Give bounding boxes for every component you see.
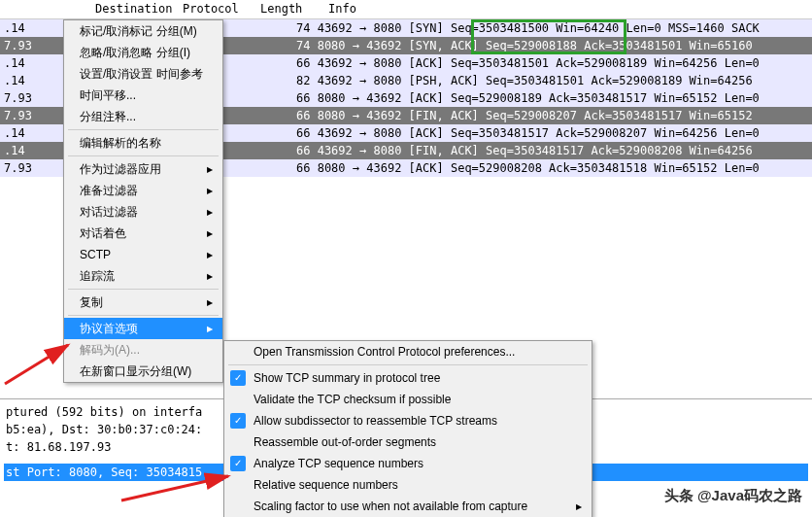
sub-relative[interactable]: Relative sequence numbers [224, 474, 592, 496]
cell-ip: 7.93 [0, 37, 63, 54]
sub-subdissector[interactable]: ✓Allow subdissector to reassemble TCP st… [224, 410, 592, 431]
sub-analyze[interactable]: ✓Analyze TCP sequence numbers [224, 453, 592, 474]
sub-open-prefs[interactable]: Open Transmission Control Protocol prefe… [224, 341, 592, 362]
menu-prepfilter[interactable]: 准备过滤器 [64, 180, 222, 201]
col-header-protocol[interactable]: Protocol [175, 0, 243, 18]
menu-separator [68, 129, 219, 130]
cell-ip: 7.93 [0, 159, 63, 177]
context-menu: 标记/取消标记 分组(M) 忽略/取消忽略 分组(I) 设置/取消设置 时间参考… [63, 19, 223, 383]
menu-copy[interactable]: 复制 [64, 292, 222, 313]
menu-comment[interactable]: 分组注释... [64, 106, 222, 127]
menu-protoprefs[interactable]: 协议首选项 [64, 318, 222, 339]
menu-colorize[interactable]: 对话着色 [64, 223, 222, 244]
checkmark-icon: ✓ [230, 370, 246, 386]
menu-conversation[interactable]: 对话过滤器 [64, 201, 222, 223]
cell-ip: .14 [0, 19, 63, 37]
svg-line-1 [5, 345, 68, 384]
protocol-prefs-submenu: Open Transmission Control Protocol prefe… [223, 340, 592, 517]
menu-separator [228, 364, 588, 365]
sub-reassemble[interactable]: Reassemble out-of-order segments [224, 431, 592, 453]
menu-editname[interactable]: 编辑解析的名称 [64, 132, 222, 154]
menu-separator [68, 155, 219, 156]
menu-follow[interactable]: 追踪流 [64, 265, 222, 287]
menu-settime[interactable]: 设置/取消设置 时间参考 [64, 63, 222, 85]
checkmark-icon: ✓ [230, 456, 246, 471]
menu-mark[interactable]: 标记/取消标记 分组(M) [64, 20, 222, 42]
col-header-destination[interactable]: Destination [87, 0, 165, 18]
sub-validate[interactable]: Validate the TCP checksum if possible [224, 389, 592, 410]
menu-separator [68, 315, 219, 316]
sub-scaling[interactable]: Scaling factor to use when not available… [224, 496, 592, 517]
menu-timeshift[interactable]: 时间平移... [64, 85, 222, 106]
col-header-info[interactable]: Info [321, 0, 364, 18]
menu-decode[interactable]: 解码为(A)... [64, 339, 222, 361]
cell-ip: 7.93 [0, 107, 63, 124]
cell-ip: .14 [0, 142, 63, 159]
col-header-length[interactable]: Length [253, 0, 311, 18]
cell-ip: .14 [0, 54, 63, 72]
checkmark-icon: ✓ [230, 413, 246, 429]
chevron-right-icon: ▶ [576, 502, 582, 511]
cell-ip: .14 [0, 124, 63, 142]
menu-sctp[interactable]: SCTP [64, 244, 222, 265]
menu-separator [68, 289, 219, 290]
watermark: 头条 @Java码农之路 [664, 487, 802, 505]
menu-newwindow[interactable]: 在新窗口显示分组(W) [64, 361, 222, 382]
menu-asfilter[interactable]: 作为过滤器应用 [64, 158, 222, 180]
menu-ignore[interactable]: 忽略/取消忽略 分组(I) [64, 42, 222, 63]
cell-ip: 7.93 [0, 89, 63, 107]
sub-summary[interactable]: ✓Show TCP summary in protocol tree [224, 367, 592, 389]
cell-ip: .14 [0, 72, 63, 89]
